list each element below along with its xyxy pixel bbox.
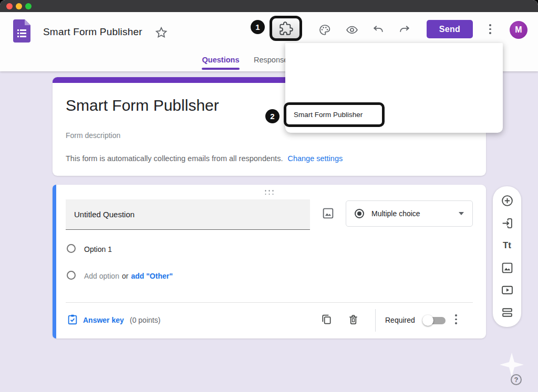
addon-menu-item[interactable]: Smart Form Publisher [286,111,363,119]
undo-icon[interactable] [372,24,385,36]
addon-menu-item-highlight-box: Smart Form Publisher [284,102,385,127]
add-question-icon[interactable] [501,194,514,207]
zoom-window-button[interactable] [25,3,32,9]
required-toggle[interactable] [422,314,447,326]
document-title[interactable]: Smart Form Publisher [43,26,142,38]
close-window-button[interactable] [6,3,13,9]
add-other-link[interactable]: add "Other" [131,272,172,280]
add-image-icon[interactable] [322,207,335,220]
question-type-select[interactable]: Multiple choice [346,200,473,227]
preview-eye-icon[interactable] [346,24,358,36]
answer-key-icon [67,314,78,325]
form-description-field[interactable]: Form description [66,131,120,140]
redo-icon[interactable] [398,24,411,36]
required-label: Required [385,316,415,324]
option-1-radio[interactable] [67,244,76,253]
email-collection-notice: This form is automatically collecting em… [66,154,343,163]
step-1-annotation-badge: 1 [251,20,265,34]
add-section-icon[interactable] [501,306,514,319]
question-more-options-icon[interactable] [455,314,457,324]
answer-key-button[interactable]: Answer key [83,316,124,324]
minimize-window-button[interactable] [16,3,22,9]
question-card: Multiple choice Option 1 Add optionoradd… [53,185,486,338]
add-option-label[interactable]: Add option [84,272,119,280]
radio-checked-icon [355,209,364,218]
sparkle-icon [500,353,524,377]
selected-question-indicator [53,185,56,338]
add-image-toolbar-icon[interactable] [501,261,514,274]
addons-highlight-box [270,16,302,41]
app-window: Smart Form Publisher 1 [0,0,538,392]
points-label: (0 points) [130,316,160,324]
google-forms-logo-icon[interactable] [13,19,30,43]
help-icon[interactable]: ? [511,374,522,385]
form-title-text[interactable]: Smart Form Publlsher [66,97,219,114]
tab-questions[interactable]: Questions [202,56,240,64]
active-tab-underline [202,68,240,70]
account-avatar[interactable]: M [510,21,527,39]
macos-titlebar [0,0,538,12]
option-1-label[interactable]: Option 1 [84,245,112,253]
or-label: or [122,272,128,280]
add-option-radio [67,271,76,280]
delete-trash-icon[interactable] [347,313,359,325]
footer-vertical-divider [375,309,376,332]
star-icon[interactable] [154,26,168,39]
more-options-menu-icon[interactable] [489,24,491,34]
question-title-input[interactable] [66,199,310,230]
import-questions-icon[interactable] [501,217,514,230]
question-type-label: Multiple choice [371,209,420,218]
question-footer-divider [66,302,473,303]
add-video-icon[interactable] [501,283,514,296]
add-option-row: Add optionoradd "Other" [84,272,173,280]
chevron-down-icon [459,212,464,215]
form-builder-toolbar: Tt [493,186,521,327]
step-2-annotation-badge: 2 [265,109,280,123]
customize-theme-palette-icon[interactable] [318,24,331,36]
drag-handle-icon[interactable] [265,190,274,195]
send-button[interactable]: Send [427,20,473,38]
addons-puzzle-icon[interactable] [279,22,293,36]
change-settings-link[interactable]: Change settings [287,154,343,163]
email-notice-text: This form is automatically collecting em… [66,154,283,163]
add-title-text-icon[interactable]: Tt [501,239,514,252]
duplicate-icon[interactable] [320,313,333,325]
